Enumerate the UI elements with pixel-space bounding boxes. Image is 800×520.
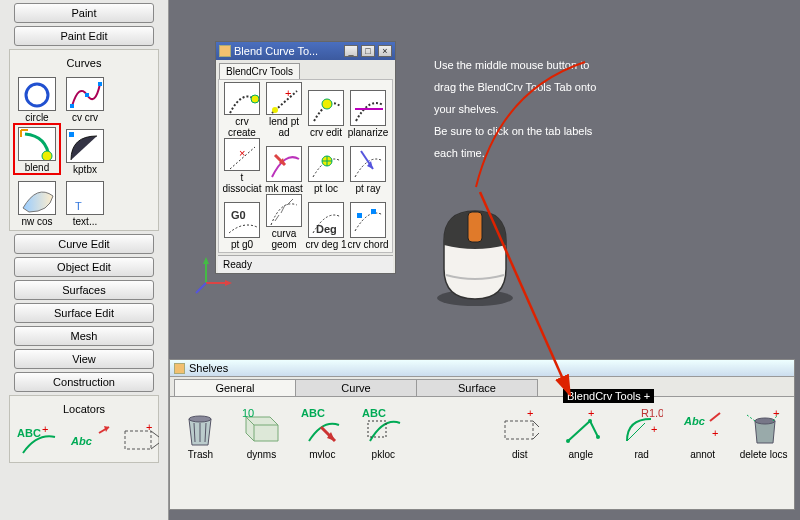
svg-rect-32	[357, 213, 362, 218]
float-tool-pt-g0[interactable]: G0pt g0	[221, 194, 263, 250]
svg-text:+: +	[712, 427, 718, 439]
shelf-item-rad[interactable]: R1.0+rad	[617, 407, 666, 460]
svg-rect-1	[70, 104, 74, 108]
svg-point-4	[42, 151, 52, 161]
shelf-item-annot[interactable]: Abc+annot	[678, 407, 727, 460]
shelf-item-mvloc[interactable]: ABCmvloc	[298, 407, 347, 460]
float-tool-pt-ray[interactable]: pt ray	[347, 138, 389, 194]
float-tool-mk-mast[interactable]: mk mast	[263, 138, 305, 194]
float-tool-crv-chord[interactable]: crv chord	[347, 194, 389, 250]
svg-rect-5	[69, 132, 74, 137]
maximize-button[interactable]: □	[361, 45, 375, 57]
float-tool-grid: crv create +lend pt ad crv edit planariz…	[218, 79, 393, 253]
mouse-icon	[432, 205, 518, 308]
view-button[interactable]: View	[14, 349, 154, 369]
float-tool-dissociat[interactable]: ×t dissociat	[221, 138, 263, 194]
float-title: Blend Curve To...	[234, 45, 341, 57]
float-tool-planarize[interactable]: planarize	[347, 82, 389, 138]
shelves-titlebar[interactable]: Shelves	[170, 360, 794, 377]
tool-circle[interactable]: circle	[13, 71, 61, 123]
svg-text:+: +	[773, 407, 779, 419]
svg-point-48	[588, 419, 592, 423]
shelves-title-label: Shelves	[189, 362, 228, 374]
svg-text:R1.0: R1.0	[641, 407, 663, 419]
svg-rect-2	[85, 93, 89, 97]
svg-rect-45	[505, 421, 533, 439]
svg-text:ABC: ABC	[17, 427, 41, 439]
svg-text:+: +	[42, 423, 48, 435]
svg-marker-16	[225, 280, 232, 286]
svg-rect-35	[468, 212, 482, 242]
mesh-button[interactable]: Mesh	[14, 326, 154, 346]
shelf-item-dynms[interactable]: 10dynms	[237, 407, 286, 460]
tool-blend[interactable]: blend	[13, 123, 61, 175]
svg-point-0	[26, 84, 48, 106]
svg-text:G0: G0	[231, 209, 246, 221]
svg-text:Abc: Abc	[70, 435, 92, 447]
shelf-item-trash[interactable]: Trash	[176, 407, 225, 460]
svg-rect-11	[125, 431, 151, 449]
svg-text:Deg: Deg	[316, 223, 337, 235]
float-tool-lend-pt-ad[interactable]: +lend pt ad	[263, 82, 305, 138]
svg-rect-3	[98, 82, 102, 86]
svg-text:Abc: Abc	[683, 415, 705, 427]
svg-point-49	[596, 435, 600, 439]
shelf-item-dist[interactable]: +dist	[495, 407, 544, 460]
paint-button[interactable]: Paint	[14, 3, 154, 23]
shelves-panel: Shelves General Curve Surface BlendCrv T…	[169, 359, 795, 510]
svg-line-17	[196, 283, 206, 293]
blendcrv-tools-tab[interactable]: BlendCrv Tools	[219, 63, 300, 79]
float-status: Ready	[218, 255, 393, 273]
svg-text:×: ×	[239, 147, 245, 159]
locator-abc-arrow-icon[interactable]: Abc	[69, 423, 111, 457]
construction-button[interactable]: Construction	[14, 372, 154, 392]
locators-palette: Locators ABC+ Abc +	[9, 395, 159, 463]
shelf-tabs: General Curve Surface	[170, 377, 794, 397]
svg-line-51	[627, 423, 645, 441]
paint-edit-button[interactable]: Paint Edit	[14, 26, 154, 46]
object-edit-button[interactable]: Object Edit	[14, 257, 154, 277]
tool-text[interactable]: T text...	[61, 175, 109, 227]
surface-edit-button[interactable]: Surface Edit	[14, 303, 154, 323]
svg-text:ABC: ABC	[362, 407, 386, 419]
tool-cv-crv[interactable]: cv crv	[61, 71, 109, 123]
locator-abc-green-icon[interactable]: ABC+	[17, 423, 59, 457]
shelves-icon	[174, 363, 185, 374]
svg-text:10: 10	[242, 407, 254, 419]
curves-palette: Curves circle cv crv blend kptbx nw cos	[9, 49, 159, 231]
blendcrv-float-window[interactable]: Blend Curve To... _ □ × BlendCrv Tools c…	[215, 41, 396, 274]
shelf-tab-surface[interactable]: Surface	[416, 379, 538, 396]
shelf-item-delete-locs[interactable]: +delete locs	[739, 407, 788, 460]
float-tool-crv-deg-1[interactable]: Degcrv deg 1	[305, 194, 347, 250]
svg-rect-33	[371, 209, 376, 214]
svg-text:+: +	[588, 407, 594, 419]
close-button[interactable]: ×	[378, 45, 392, 57]
shelf-content[interactable]: BlendCrv Tools + Trash 10dynms ABCmvloc …	[170, 397, 794, 509]
svg-point-18	[251, 95, 259, 103]
curve-edit-button[interactable]: Curve Edit	[14, 234, 154, 254]
app-icon	[219, 45, 231, 57]
shelf-item-pkloc[interactable]: ABCpkloc	[359, 407, 408, 460]
tool-nw-cos[interactable]: nw cos	[13, 175, 61, 227]
instruction-text: Use the middle mouse button to drag the …	[434, 54, 780, 164]
float-titlebar[interactable]: Blend Curve To... _ □ ×	[216, 42, 395, 60]
surfaces-button[interactable]: Surfaces	[14, 280, 154, 300]
svg-marker-14	[203, 257, 209, 264]
shelf-item-angle[interactable]: +angle	[556, 407, 605, 460]
svg-text:+: +	[651, 423, 657, 435]
svg-rect-44	[368, 421, 386, 437]
svg-text:+: +	[527, 407, 533, 419]
tool-kptbx[interactable]: kptbx	[61, 123, 109, 175]
float-tool-crv-create[interactable]: crv create	[221, 82, 263, 138]
float-tool-pt-loc[interactable]: pt loc	[305, 138, 347, 194]
locator-dashbox-icon[interactable]: +	[121, 423, 163, 457]
shelf-tab-curve[interactable]: Curve	[295, 379, 417, 396]
svg-text:ABC: ABC	[301, 407, 325, 419]
svg-point-20	[272, 107, 278, 113]
locators-row: ABC+ Abc +	[13, 419, 173, 457]
float-tool-curva-geom[interactable]: curva geom	[263, 194, 305, 250]
svg-point-36	[189, 416, 211, 422]
float-tool-crv-edit[interactable]: crv edit	[305, 82, 347, 138]
shelf-tab-general[interactable]: General	[174, 379, 296, 396]
minimize-button[interactable]: _	[344, 45, 358, 57]
